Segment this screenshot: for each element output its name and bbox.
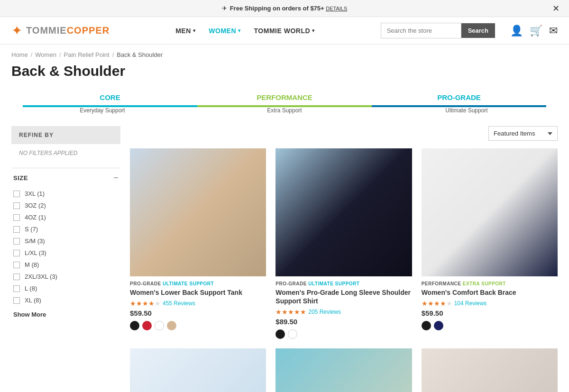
size-checkbox-3xl[interactable] bbox=[13, 191, 20, 197]
size-checkbox-s[interactable] bbox=[13, 226, 20, 233]
size-checkbox-m[interactable] bbox=[13, 262, 20, 268]
search-button[interactable]: Search bbox=[461, 23, 495, 38]
sidebar: REFINE BY NO FILTERS APPLIED SIZE − 3XL … bbox=[11, 126, 120, 392]
swatch-black-3[interactable] bbox=[422, 321, 431, 330]
product-reviews-1[interactable]: 455 Reviews bbox=[163, 300, 195, 307]
size-option-s[interactable]: S (7) bbox=[11, 223, 120, 235]
search-area: Search bbox=[381, 23, 495, 38]
email-icon[interactable]: ✉ bbox=[549, 25, 558, 37]
close-banner-button[interactable]: ✕ bbox=[552, 3, 560, 14]
details-link[interactable]: DETAILS bbox=[326, 6, 347, 11]
product-badge-1: PRO-GRADE ULTIMATE SUPPORT bbox=[130, 281, 266, 286]
product-swatches-1 bbox=[130, 321, 266, 330]
size-label-2xl3xl: 2XL/3XL (3) bbox=[25, 273, 57, 280]
size-option-lxl[interactable]: L/XL (3) bbox=[11, 247, 120, 259]
product-image-5 bbox=[275, 348, 412, 392]
products-toolbar: Featured Items Price: Low to High Price:… bbox=[130, 126, 558, 141]
size-filter-toggle[interactable]: SIZE − bbox=[11, 168, 120, 188]
header-icons: 👤 🛒 ✉ bbox=[510, 25, 558, 37]
product-grade-2: PRO-GRADE bbox=[275, 281, 307, 286]
products-area: Featured Items Price: Low to High Price:… bbox=[130, 126, 558, 392]
size-option-4oz[interactable]: 4OZ (1) bbox=[11, 211, 120, 223]
logo-text: TOMMIECOPPER bbox=[26, 25, 110, 36]
size-option-3xl[interactable]: 3XL (1) bbox=[11, 188, 120, 200]
size-option-sm[interactable]: S/M (3) bbox=[11, 235, 120, 247]
size-label-4oz: 4OZ (1) bbox=[25, 214, 46, 221]
size-option-2xl3xl[interactable]: 2XL/3XL (3) bbox=[11, 271, 120, 283]
breadcrumb-women[interactable]: Women bbox=[35, 51, 56, 58]
swatch-red-1[interactable] bbox=[142, 321, 152, 330]
product-stars-3: ★ ★ ★ ★ ★ 104 Reviews bbox=[422, 300, 558, 307]
product-card-1[interactable]: PRO-GRADE ULTIMATE SUPPORT Women's Lower… bbox=[130, 148, 266, 339]
nav-women-chevron: ▾ bbox=[238, 28, 241, 33]
product-card-3[interactable]: PERFORMANCE EXTRA SUPPORT Women's Comfor… bbox=[422, 148, 558, 339]
size-option-xl[interactable]: XL (8) bbox=[11, 294, 120, 306]
size-filter-options: 3XL (1) 3OZ (2) 4OZ (1) S (7) S/M (3) bbox=[11, 188, 120, 306]
product-grid: PRO-GRADE ULTIMATE SUPPORT Women's Lower… bbox=[130, 148, 558, 392]
product-badge-2: PRO-GRADE ULTIMATE SUPPORT bbox=[275, 281, 412, 286]
nav-tommie-world-chevron: ▾ bbox=[312, 28, 315, 33]
product-name-2: Women's Pro-Grade Long Sleeve Shoulder S… bbox=[275, 288, 412, 305]
nav-men-chevron: ▾ bbox=[193, 28, 196, 33]
size-option-l[interactable]: L (8) bbox=[11, 283, 120, 294]
size-label-s: S (7) bbox=[25, 226, 38, 233]
account-icon[interactable]: 👤 bbox=[510, 25, 523, 37]
size-option-3oz[interactable]: 3OZ (2) bbox=[11, 200, 120, 211]
size-checkbox-4oz[interactable] bbox=[13, 214, 20, 221]
no-filters-label: NO FILTERS APPLIED bbox=[11, 144, 120, 162]
size-checkbox-lxl[interactable] bbox=[13, 250, 20, 256]
product-reviews-2[interactable]: 205 Reviews bbox=[308, 309, 341, 315]
logo-icon: ✦ bbox=[11, 23, 22, 38]
swatch-beige-1[interactable] bbox=[167, 321, 176, 330]
tab-prograde-subtitle: Ultimate Support bbox=[376, 107, 558, 121]
size-label-m: M (8) bbox=[25, 261, 39, 268]
swatch-black-1[interactable] bbox=[130, 321, 139, 330]
product-card-2[interactable]: PRO-GRADE ULTIMATE SUPPORT Women's Pro-G… bbox=[275, 148, 412, 339]
size-label-lxl: L/XL (3) bbox=[25, 249, 46, 256]
product-stars-1: ★ ★ ★ ★ ★ 455 Reviews bbox=[130, 300, 266, 307]
swatch-white-1[interactable] bbox=[155, 321, 164, 330]
page-title: Back & Shoulder bbox=[0, 61, 569, 89]
product-name-1: Women's Lower Back Support Tank bbox=[130, 288, 266, 297]
product-card-5[interactable] bbox=[275, 348, 412, 392]
search-input[interactable] bbox=[381, 23, 461, 38]
product-price-3: $59.50 bbox=[422, 309, 558, 317]
size-option-m[interactable]: M (8) bbox=[11, 259, 120, 271]
tab-performance-subtitle: Extra Support bbox=[193, 107, 376, 121]
product-card-6[interactable] bbox=[422, 348, 558, 392]
swatch-black-2[interactable] bbox=[275, 329, 285, 339]
cart-icon[interactable]: 🛒 bbox=[530, 25, 542, 37]
product-price-1: $59.50 bbox=[130, 309, 266, 317]
product-image-2 bbox=[275, 148, 412, 276]
swatch-white-2[interactable] bbox=[288, 329, 297, 339]
nav-women[interactable]: WOMEN ▾ bbox=[209, 27, 240, 35]
size-checkbox-sm[interactable] bbox=[13, 238, 20, 245]
size-checkbox-xl[interactable] bbox=[13, 297, 20, 304]
sort-select[interactable]: Featured Items Price: Low to High Price:… bbox=[488, 126, 558, 141]
nav-men[interactable]: MEN ▾ bbox=[175, 27, 195, 35]
show-more-button[interactable]: Show More bbox=[11, 306, 120, 323]
tab-performance[interactable]: PERFORMANCE bbox=[197, 89, 372, 107]
tab-prograde[interactable]: PRO-GRADE bbox=[372, 89, 546, 107]
size-filter-label: SIZE bbox=[13, 174, 28, 182]
size-filter-section: SIZE − 3XL (1) 3OZ (2) 4OZ (1) bbox=[11, 168, 120, 323]
main-content: REFINE BY NO FILTERS APPLIED SIZE − 3XL … bbox=[0, 126, 569, 392]
size-checkbox-l[interactable] bbox=[13, 285, 20, 292]
tab-core[interactable]: CORE bbox=[23, 89, 197, 107]
breadcrumb-pain-relief[interactable]: Pain Relief Point bbox=[64, 51, 110, 58]
product-price-2: $89.50 bbox=[275, 318, 412, 326]
size-label-l: L (8) bbox=[25, 285, 37, 292]
product-image-4 bbox=[130, 348, 266, 392]
product-reviews-3[interactable]: 104 Reviews bbox=[454, 300, 487, 307]
nav-tommie-world[interactable]: TOMMIE WORLD ▾ bbox=[254, 27, 315, 35]
size-checkbox-3oz[interactable] bbox=[13, 202, 20, 209]
logo[interactable]: ✦ TOMMIECOPPER bbox=[11, 23, 110, 38]
main-nav: MEN ▾ WOMEN ▾ TOMMIE WORLD ▾ bbox=[119, 27, 371, 35]
swatch-navy-3[interactable] bbox=[434, 321, 443, 330]
product-card-4[interactable] bbox=[130, 348, 266, 392]
collapse-icon: − bbox=[113, 173, 119, 183]
size-checkbox-2xl3xl[interactable] bbox=[13, 273, 20, 280]
breadcrumb-home[interactable]: Home bbox=[11, 51, 28, 58]
product-badge-3: PERFORMANCE EXTRA SUPPORT bbox=[422, 281, 558, 286]
product-swatches-2 bbox=[275, 329, 412, 339]
